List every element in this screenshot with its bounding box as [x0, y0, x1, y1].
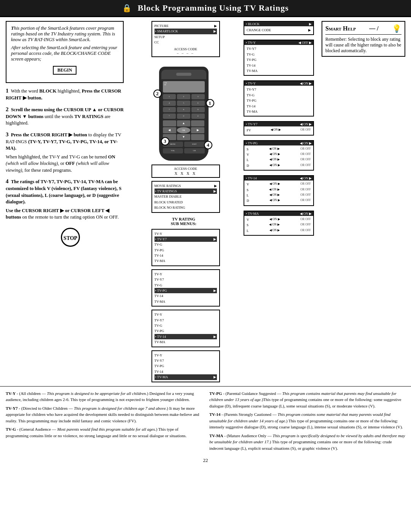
- remote-btn-left[interactable]: ◀: [163, 127, 176, 133]
- tv-ma-v-row: V ◀ ON ▶ OR OFF: [247, 217, 311, 222]
- remote-btn-vol[interactable]: VOL: [163, 148, 183, 153]
- tv-14-l-row: L ◀ ON ▶ OR OFF: [247, 193, 311, 198]
- step-2: 2 Scroll the menu using the CURSOR UP ▲ …: [6, 105, 124, 127]
- tv-y7-right-panel: • TV-Y7 ◀ ON ▶ FV ◀ ON ▶ OR OFF: [244, 121, 314, 135]
- step-circle-2: 2: [153, 89, 162, 98]
- step-4-text: 4 The ratings of TV-Y7, TV-PG, TV-14, TV…: [6, 177, 124, 206]
- bottom-text-section: TV-Y - (All children — This program is d…: [0, 386, 411, 455]
- step-3-text: 3 Press the CURSOR RIGHT ▶ button to dis…: [6, 131, 124, 152]
- page-title: Block Programming Using TV Ratings: [138, 3, 289, 13]
- center-right: • BLOCK ▶ CHANGE CODE ▶ • TV-Y ◀ OFF ▶ T…: [244, 21, 318, 382]
- sub-menu-tvy7-left: TV-Y • TV-Y7 ▶ TV-G TV-PG TV-14 TV-MA: [151, 229, 220, 266]
- desc-tvpg: TV-PG - (Parental Guidance Suggested — T…: [209, 390, 405, 409]
- smart-help-body: Remember: Selecting to block any rating …: [325, 37, 401, 54]
- remote-bottom-buttons: MENU EXIT VOL CH: [163, 142, 205, 153]
- remote-nav-pad: ▲ ◀ OK ▶ ▼: [163, 120, 205, 140]
- remote-btn-select[interactable]: OK: [177, 127, 190, 133]
- tv-rating-submenu-label: TV RATING SUB MENUS:: [171, 217, 197, 226]
- tv-y-off-screen: • TV-Y ◀ OFF ▶ TV-Y7 TV-G TV-PG TV-14 TV…: [244, 40, 314, 76]
- remote-btn-empty-tl: [163, 120, 176, 126]
- access-code-label-2: ACCESS CODE: [155, 167, 217, 171]
- center-left: PICTURE ▶ • SMARTLOCK ▶ SETUP CC: [127, 21, 240, 382]
- remote-btn-6[interactable]: 6: [191, 101, 205, 106]
- remote-btn-empty-tr: [191, 120, 204, 126]
- desc-tv14: TV-14 - (Parents Strongly Cautioned — Th…: [209, 411, 405, 430]
- tv-pg-l-row: L ◀ ON ▶ OR OFF: [247, 157, 311, 163]
- remote-btn-star[interactable]: *: [163, 113, 176, 119]
- step-4-extra: Use the CURSOR RIGHT ▶ or CURSOR LEFT ◀ …: [6, 208, 124, 221]
- tv-ma-right-title: • TV-MA ◀ ON ▶: [244, 211, 313, 216]
- remote-btn-down[interactable]: ▼: [177, 134, 190, 140]
- intro-text-1: This portion of the SmartLock features c…: [11, 26, 118, 43]
- intro-text-2: After selecting the SmartLock feature an…: [11, 45, 118, 62]
- remote-btn-3[interactable]: 3: [191, 94, 205, 99]
- stop-button: STOP: [61, 228, 80, 247]
- screen-row-master-diable: MASTER DIABLE: [155, 194, 217, 199]
- remote-btn-hash[interactable]: #: [191, 113, 205, 119]
- remote-btn-7[interactable]: 7: [163, 107, 176, 112]
- access-code-value: X X X X: [155, 171, 217, 176]
- smart-help-title: Smart Help: [325, 25, 356, 32]
- remote-btn-1[interactable]: 1: [163, 94, 176, 99]
- left-column: This portion of the SmartLock features c…: [6, 21, 124, 382]
- remote-display: CH 00: [163, 81, 205, 93]
- tv-y-on-title: • TV-Y ◀ ON ▶: [244, 81, 313, 86]
- tv-ma-right-panel: • TV-MA ◀ ON ▶ V ◀ ON ▶ OR OFF S ◀ ON ▶ …: [244, 211, 314, 236]
- screen-row-setup: SETUP: [155, 34, 217, 40]
- step-4: 4 The ratings of TV-Y7, TV-PG, TV-14, TV…: [6, 177, 124, 221]
- remote-control: 2 1 3 4 CH 00 1 2: [159, 67, 209, 161]
- tv-14-right-title: • TV-14 ◀ ON ▶: [244, 176, 313, 181]
- remote-btn-exit[interactable]: EXIT: [184, 142, 205, 147]
- page-num-value: 22: [203, 457, 208, 463]
- desc-tvg: TV-G - (General Audience — Most parents …: [6, 426, 202, 439]
- remote-btn-9[interactable]: 9: [191, 107, 205, 112]
- remote-btn-5[interactable]: 5: [177, 101, 190, 106]
- tv-pg-right-title: • TV-PG ◀ ON ▶: [244, 141, 313, 145]
- screen-row-block-no-rating: BLOCK NO RATING: [155, 205, 217, 210]
- step-3-extra: When highlighted, the TV-Y and TV-G can …: [6, 154, 124, 174]
- screen-4-title: • BLOCK ▶: [244, 22, 313, 26]
- access-code-dashes: – – – –: [155, 51, 217, 55]
- step-1-text: 1 With the word BLOCK highlighted, Press…: [6, 87, 124, 102]
- right-column: Smart Help — / 💡 Remember: Selecting to …: [322, 21, 405, 382]
- center-column: PICTURE ▶ • SMARTLOCK ▶ SETUP CC: [127, 21, 318, 382]
- desc-tvma: TV-MA - (Mature Audience Only — This pro…: [209, 433, 405, 452]
- step-circle-4: 4: [204, 141, 212, 149]
- screen-panel-4: • BLOCK ▶ CHANGE CODE ▶: [244, 21, 314, 35]
- sub-menu-tvma-selected: • TV-MA ▶: [155, 374, 217, 380]
- step-circle-3: 3: [161, 137, 169, 145]
- remote-btn-ch[interactable]: CH: [184, 148, 205, 153]
- remote-btn-4[interactable]: 4: [163, 101, 176, 106]
- smart-help-header: Smart Help — / 💡: [325, 24, 401, 35]
- sub-menu-tv14-left: TV-Y TV-Y7 TV-G TV-PG • TV-14 ▶ TV-MA: [151, 310, 220, 347]
- step-1: 1 With the word BLOCK highlighted, Press…: [6, 87, 124, 102]
- tv-14-d-row: D ◀ ON ▶ OR OFF: [247, 198, 311, 203]
- step-2-text: 2 Scroll the menu using the CURSOR UP ▲ …: [6, 105, 124, 127]
- remote-btn-8[interactable]: 8: [177, 107, 190, 112]
- screen-row-cc: CC: [155, 40, 217, 45]
- tv-14-s-row: S ◀ ON ▶ OR OFF: [247, 187, 311, 193]
- sub-menu-tvpg-selected: • TV-PG ▶: [155, 288, 217, 293]
- remote-btn-0[interactable]: 0: [177, 113, 190, 119]
- sub-menu-tv14-selected: • TV-14 ▶: [155, 334, 217, 339]
- main-content: This portion of the SmartLock features c…: [0, 17, 411, 386]
- lock-icon: 🔒: [122, 4, 132, 12]
- tv-pg-v-row: V ◀ ON ▶ OR OFF: [247, 152, 311, 157]
- screen-panel-2-wrapper: ACCESS CODE X X X X: [151, 165, 216, 178]
- tv-14-right-panel: • TV-14 ◀ ON ▶ V ◀ ON ▶ OR OFF S ◀ ON ▶ …: [244, 175, 314, 206]
- remote-number-buttons: 1 2 3 4 5 6 7 8 9 * 0 #: [163, 94, 205, 119]
- sub-menus-left-panels: TV-Y • TV-Y7 ▶ TV-G TV-PG TV-14 TV-MA TV…: [151, 229, 216, 382]
- intro-box: This portion of the SmartLock features c…: [6, 21, 124, 83]
- tv-pg-d-row: D ◀ ON ▶ OR OFF: [247, 163, 311, 168]
- sub-menu-tvpg-left: TV-Y TV-Y7 TV-G • TV-PG ▶ TV-14 TV-MA: [151, 269, 220, 307]
- step-3: 3 Press the CURSOR RIGHT ▶ button to dis…: [6, 131, 124, 174]
- tv-y-off-title: • TV-Y ◀ OFF ▶: [244, 40, 313, 45]
- sub-menu-tvy7-selected: • TV-Y7 ▶: [155, 236, 217, 242]
- remote-btn-up[interactable]: ▲: [177, 120, 190, 126]
- page-number: 22: [0, 455, 411, 466]
- screen-panel-2: ACCESS CODE X X X X: [151, 165, 220, 178]
- remote-btn-2[interactable]: 2: [177, 94, 190, 99]
- remote-btn-right[interactable]: ▶: [191, 127, 204, 133]
- tv-pg-right-panel: • TV-PG ◀ ON ▶ S ◀ ON ▶ OR OFF V ◀ ON ▶ …: [244, 140, 314, 171]
- desc-tvy: TV-Y - (All children — This program is d…: [6, 390, 202, 403]
